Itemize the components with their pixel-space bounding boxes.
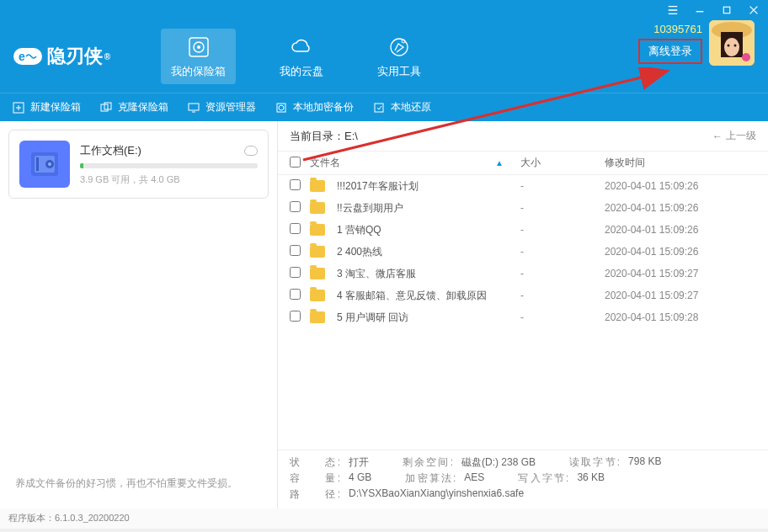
app-name: 隐刃侠 [47, 44, 103, 69]
monitor-icon [187, 101, 200, 114]
status-item: 写入字节:36 KB [518, 471, 605, 486]
file-size: - [520, 268, 605, 279]
clone-icon [99, 101, 113, 114]
table-row[interactable]: 4 客服邮箱、意见反馈、卸载原因 - 2020-04-01 15:09:27 [278, 285, 768, 306]
tab-tools[interactable]: 实用工具 [367, 29, 431, 84]
file-size: - [520, 290, 605, 301]
toolbar: 新建保险箱 克隆保险箱 资源管理器 本地加密备份 本地还原 [0, 93, 768, 121]
file-date: 2020-04-01 15:09:28 [605, 311, 756, 323]
file-name: !!云盘到期用户 [337, 201, 403, 215]
new-safe-button[interactable]: 新建保险箱 [12, 100, 81, 114]
table-row[interactable]: !!云盘到期用户 - 2020-04-01 15:09:26 [278, 197, 768, 219]
file-size: - [520, 311, 605, 323]
table-row[interactable]: 3 淘宝、微店客服 - 2020-04-01 15:09:27 [278, 263, 768, 285]
plus-icon [12, 101, 25, 114]
select-all-checkbox[interactable] [290, 157, 301, 168]
file-date: 2020-04-01 15:09:26 [605, 180, 756, 192]
table-row[interactable]: 2 400热线 - 2020-04-01 15:09:26 [278, 241, 768, 263]
explorer-button[interactable]: 资源管理器 [187, 100, 256, 114]
svg-point-11 [734, 45, 737, 47]
svg-point-23 [48, 162, 51, 166]
sort-asc-icon: ▲ [495, 158, 504, 168]
svg-rect-0 [723, 7, 730, 13]
status-panel: 状 态:打开剩余空间:磁盘(D:) 238 GB读取字节:798 KB 容 量:… [278, 450, 768, 508]
tab-cloud[interactable]: 我的云盘 [269, 29, 333, 84]
file-size: - [520, 202, 605, 214]
tab-label: 我的保险箱 [171, 64, 226, 79]
file-size: - [520, 180, 605, 192]
file-date: 2020-04-01 15:09:26 [605, 202, 756, 214]
svg-point-12 [742, 53, 750, 61]
svg-point-18 [279, 105, 284, 110]
avatar[interactable] [709, 20, 755, 66]
row-checkbox[interactable] [290, 179, 301, 190]
current-path: E:\ [344, 130, 358, 142]
file-list: !!!2017年客服计划 - 2020-04-01 15:09:26 !!云盘到… [278, 175, 768, 450]
file-name: !!!2017年客服计划 [337, 179, 419, 194]
arrow-left-icon: ← [712, 130, 723, 142]
titlebar [0, 0, 768, 20]
row-checkbox[interactable] [290, 223, 301, 234]
menu-icon[interactable] [665, 3, 680, 18]
file-date: 2020-04-01 15:09:27 [605, 290, 756, 301]
table-row[interactable]: 5 用户调研 回访 - 2020-04-01 15:09:28 [278, 306, 768, 328]
up-level-button[interactable]: ←上一级 [712, 129, 756, 143]
clone-safe-button[interactable]: 克隆保险箱 [99, 100, 168, 114]
file-size: - [520, 224, 605, 236]
file-name: 3 淘宝、微店客服 [337, 267, 416, 281]
row-checkbox[interactable] [290, 311, 301, 322]
cloud-icon [288, 34, 315, 61]
svg-point-9 [724, 38, 739, 56]
svg-rect-24 [36, 157, 39, 171]
folder-icon [310, 246, 325, 258]
backup-icon [275, 101, 288, 114]
footer: 程序版本：6.1.0.3_20200220 [0, 508, 768, 529]
svg-point-10 [728, 45, 730, 47]
file-date: 2020-04-01 15:09:27 [605, 268, 756, 279]
restore-icon [372, 101, 386, 114]
header: e 隐刃侠® 我的保险箱 我的云盘 实用工具 10395761 离线登录 [0, 20, 768, 93]
row-checkbox[interactable] [290, 267, 301, 278]
folder-icon [310, 268, 325, 279]
safe-vault-icon [19, 141, 70, 188]
row-checkbox[interactable] [290, 201, 301, 212]
file-name: 2 400热线 [337, 245, 382, 259]
table-row[interactable]: !!!2017年客服计划 - 2020-04-01 15:09:26 [278, 175, 768, 197]
path-bar: 当前目录：E:\ ←上一级 [278, 121, 768, 152]
row-checkbox[interactable] [290, 245, 301, 256]
offline-login-button[interactable]: 离线登录 [638, 39, 702, 64]
table-row[interactable]: 1 营销QQ - 2020-04-01 15:09:26 [278, 219, 768, 241]
file-date: 2020-04-01 15:09:26 [605, 224, 756, 236]
status-item: 容 量:4 GB [290, 471, 371, 486]
folder-icon [310, 311, 325, 323]
folder-icon [310, 290, 325, 301]
tools-icon [386, 34, 413, 61]
restore-button[interactable]: 本地还原 [372, 100, 431, 114]
version: 6.1.0.3_20200220 [55, 513, 130, 523]
safe-usage: 3.9 GB 可用，共 4.0 GB [80, 173, 258, 186]
row-checkbox[interactable] [290, 289, 301, 300]
svg-rect-16 [189, 104, 199, 110]
col-size-header[interactable]: 大小 [520, 156, 605, 170]
status-item: 读取字节:798 KB [569, 455, 661, 470]
tab-safe[interactable]: 我的保险箱 [161, 29, 236, 84]
status-item: 加密算法:AES [405, 471, 484, 486]
backup-button[interactable]: 本地加密备份 [275, 100, 354, 114]
folder-icon [310, 202, 325, 214]
minimize-icon[interactable] [692, 3, 707, 18]
status-item: 剩余空间:磁盘(D:) 238 GB [403, 455, 536, 470]
safe-card[interactable]: 工作文档(E:) 3.9 GB 可用，共 4.0 GB [8, 130, 269, 199]
file-date: 2020-04-01 15:09:26 [605, 246, 756, 258]
sidebar: 工作文档(E:) 3.9 GB 可用，共 4.0 GB 养成文件备份的好习惯，再… [0, 121, 278, 508]
safe-icon [185, 34, 212, 61]
col-name-header[interactable]: 文件名▲ [310, 156, 520, 170]
usage-progress [80, 163, 258, 168]
file-size: - [520, 246, 605, 258]
logo-badge: e [13, 48, 42, 65]
safe-info: 工作文档(E:) 3.9 GB 可用，共 4.0 GB [80, 143, 258, 186]
tab-label: 实用工具 [377, 64, 421, 79]
folder-icon [310, 180, 325, 192]
close-icon[interactable] [746, 3, 761, 18]
maximize-icon[interactable] [719, 3, 734, 18]
col-date-header[interactable]: 修改时间 [605, 156, 756, 170]
